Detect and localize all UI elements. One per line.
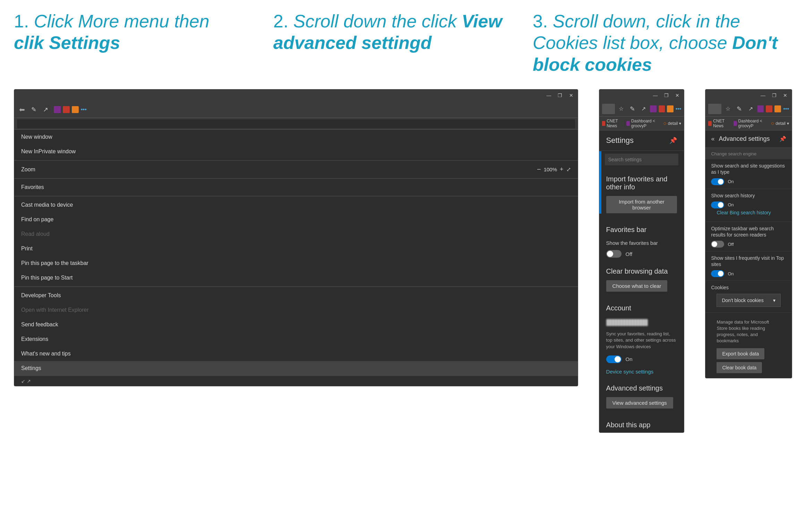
- more-icon-3[interactable]: •••: [783, 106, 789, 112]
- tab-dropdown-icon[interactable]: ▾: [679, 121, 681, 126]
- cookies-label: Cookies: [711, 284, 786, 291]
- search-suggestions-thumb: [718, 179, 723, 185]
- top-sites-label: Show sites I frequently visit in Top sit…: [711, 255, 786, 267]
- menu-item-new-inprivate[interactable]: New InPrivate window: [14, 144, 578, 159]
- advanced-panel-header: « Advanced settings 📌: [705, 130, 792, 148]
- back-button-advanced[interactable]: «: [711, 135, 714, 143]
- minimize-button-2[interactable]: —: [652, 92, 658, 98]
- pen-icon[interactable]: ✎: [29, 105, 38, 114]
- restore-button-1[interactable]: ❐: [557, 92, 563, 98]
- favorites-toggle-row: Off: [599, 247, 684, 260]
- minimize-button-1[interactable]: —: [546, 92, 552, 98]
- menu-item-extensions[interactable]: Extensions: [14, 332, 578, 346]
- tab-dashboard[interactable]: Dashboard < groovyP: [631, 119, 659, 128]
- screenshot-1-menu-window: — ❐ ✕ ⬅ ✎ ↗ ••• New window New InPrivate…: [14, 89, 578, 386]
- tab3-dropdown-icon[interactable]: ▾: [787, 121, 789, 126]
- search-suggestions-toggle[interactable]: [711, 178, 724, 185]
- more-icon-2[interactable]: •••: [676, 106, 681, 112]
- instruction-title-1: 1. Click More menu then clik Settings: [14, 10, 259, 54]
- fav-purple-2: [650, 105, 656, 112]
- menu-item-pin-taskbar[interactable]: Pin this page to the taskbar: [14, 256, 578, 271]
- fav-icon-red: [63, 106, 70, 113]
- device-sync-link[interactable]: Device sync settings: [599, 366, 684, 377]
- pen-icon-3[interactable]: ✎: [735, 104, 744, 114]
- restore-button-2[interactable]: ❐: [663, 92, 669, 98]
- account-title: Account: [599, 297, 684, 316]
- fav-red-2: [659, 105, 665, 112]
- account-avatar-blurred: [606, 319, 648, 326]
- minimize-button-3[interactable]: —: [760, 92, 766, 98]
- instruction-title-2: 2. Scroll down the click View advanced s…: [273, 10, 519, 54]
- menu-item-find[interactable]: Find on page: [14, 212, 578, 227]
- settings-search-area: Search settings: [599, 151, 684, 168]
- export-book-data-button[interactable]: Export book data: [717, 348, 764, 359]
- account-sync-toggle[interactable]: [606, 355, 621, 363]
- choose-what-to-clear-button[interactable]: Choose what to clear: [606, 280, 668, 292]
- tab-detail-icon: ○: [663, 120, 667, 127]
- tab3-detail-icon: ○: [771, 120, 774, 127]
- nav-icon-1[interactable]: ⬅: [17, 105, 27, 114]
- pen-icon-2[interactable]: ✎: [628, 104, 637, 114]
- search-history-toggle[interactable]: [711, 201, 724, 208]
- menu-item-feedback[interactable]: Send feedback: [14, 317, 578, 332]
- books-section: Manage data for Microsoft Store books li…: [705, 313, 792, 378]
- menu-item-new-window[interactable]: New window: [14, 130, 578, 144]
- import-section: Import favorites and other info Import f…: [599, 168, 684, 219]
- settings-search-bar[interactable]: Search settings: [605, 154, 679, 165]
- restore-button-3[interactable]: ❐: [771, 92, 777, 98]
- search-suggestions-toggle-label: On: [728, 179, 734, 184]
- cookies-section: Cookies Don't block cookies ▾: [705, 281, 792, 312]
- search-history-section: Show search history On Clear Bing search…: [705, 189, 792, 222]
- menu-separator-2: [14, 178, 578, 179]
- pin-icon-settings[interactable]: 📌: [669, 137, 677, 144]
- pin-icon-advanced[interactable]: 📌: [779, 136, 786, 142]
- search-history-toggle-label: On: [728, 202, 734, 207]
- star-icon-2[interactable]: ☆: [617, 104, 626, 114]
- menu-item-cast[interactable]: Cast media to device: [14, 198, 578, 212]
- share-icon[interactable]: ↗: [41, 105, 50, 114]
- tab3-cnet[interactable]: CNET News: [713, 119, 729, 128]
- address-bar-area: [14, 118, 578, 130]
- menu-item-print[interactable]: Print: [14, 241, 578, 256]
- close-button-1[interactable]: ✕: [568, 92, 574, 98]
- share-icon-2[interactable]: ↗: [639, 104, 648, 114]
- menu-zoom-row: Zoom − 100% + ⤢: [14, 162, 578, 177]
- about-section: About this app: [599, 414, 684, 432]
- zoom-increase-button[interactable]: +: [560, 166, 564, 173]
- share-icon-3[interactable]: ↗: [746, 104, 755, 114]
- menu-item-devtools[interactable]: Developer Tools: [14, 288, 578, 303]
- instruction-1-normal: Click More menu then: [34, 11, 209, 31]
- top-sites-toggle[interactable]: [711, 270, 724, 277]
- address-bar[interactable]: [17, 119, 575, 128]
- show-favorites-bar-label: Show the favorites bar: [599, 237, 684, 247]
- tab-detail[interactable]: ○ detail ▾: [663, 120, 681, 127]
- taskbar-section: Optimize taskbar web search results for …: [705, 222, 792, 251]
- cookies-dropdown[interactable]: Don't block cookies ▾: [717, 294, 781, 307]
- favorites-bar-toggle[interactable]: [606, 250, 621, 258]
- tab-cnet[interactable]: CNET News: [607, 119, 622, 128]
- tab3-dashboard[interactable]: Dashboard < groovyP: [738, 119, 767, 128]
- zoom-decrease-button[interactable]: −: [537, 165, 541, 173]
- menu-item-whats-new[interactable]: What's new and tips: [14, 346, 578, 361]
- instruction-1-number: 1.: [14, 11, 29, 31]
- import-section-title: Import favorites and other info: [599, 168, 684, 195]
- tab3-detail[interactable]: ○ detail ▾: [771, 120, 789, 127]
- instructions-row: 1. Click More menu then clik Settings 2.…: [14, 10, 792, 75]
- toolbar-3: ☆ ✎ ↗ •••: [705, 101, 792, 117]
- menu-item-settings[interactable]: Settings: [14, 361, 578, 376]
- close-button-3[interactable]: ✕: [782, 92, 788, 98]
- taskbar-toggle[interactable]: [711, 241, 724, 248]
- clear-bing-history-link[interactable]: Clear Bing search history: [711, 208, 786, 218]
- about-title: About this app: [599, 414, 684, 432]
- star-icon-3[interactable]: ☆: [723, 104, 732, 114]
- import-browser-button[interactable]: Import from another browser: [606, 196, 677, 213]
- zoom-fullscreen-button[interactable]: ⤢: [566, 166, 571, 173]
- close-button-2[interactable]: ✕: [674, 92, 680, 98]
- edge-more-icon[interactable]: •••: [81, 106, 87, 113]
- menu-bottom: ↙ ↗: [14, 376, 578, 386]
- clear-book-data-button[interactable]: Clear book data: [717, 362, 762, 373]
- menu-item-favorites[interactable]: Favorites: [14, 180, 578, 195]
- menu-item-pin-start[interactable]: Pin this page to Start: [14, 271, 578, 285]
- zoom-value: 100%: [544, 166, 557, 172]
- view-advanced-settings-button[interactable]: View advanced settings: [606, 397, 673, 409]
